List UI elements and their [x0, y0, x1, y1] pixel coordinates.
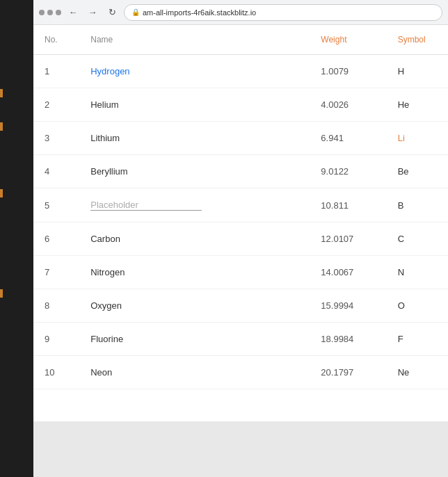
dot-3: [56, 10, 61, 15]
cell-name: Beryllium: [79, 155, 310, 188]
cell-no: 8: [33, 289, 79, 323]
table-row: 9Fluorine18.9984F: [33, 323, 448, 356]
name-input[interactable]: [90, 200, 202, 211]
table-header: No. Name Weight Symbol: [33, 25, 448, 55]
lock-icon: 🔒: [131, 8, 140, 16]
dot-2: [47, 10, 53, 15]
cell-symbol: N: [387, 256, 448, 289]
header-row: No. Name Weight Symbol: [33, 25, 448, 55]
cell-name[interactable]: [79, 188, 310, 223]
table-body: 1Hydrogen1.0079H2Helium4.0026He3Lithium6…: [33, 55, 448, 389]
table-row: 510.811B: [33, 188, 448, 223]
cell-weight: 12.0107: [310, 223, 386, 256]
cell-symbol: H: [387, 55, 448, 88]
cell-no: 10: [33, 356, 79, 389]
table-container: No. Name Weight Symbol 1Hydrogen1.0079H2…: [33, 25, 448, 421]
header-symbol: Symbol: [387, 25, 448, 55]
cell-no: 4: [33, 155, 79, 188]
table-row: 6Carbon12.0107C: [33, 223, 448, 256]
header-name: Name: [79, 25, 310, 55]
elements-table: No. Name Weight Symbol 1Hydrogen1.0079H2…: [33, 25, 448, 389]
cell-symbol: He: [387, 88, 448, 122]
cell-name: Fluorine: [79, 323, 310, 356]
cell-no: 7: [33, 256, 79, 289]
cell-weight: 1.0079: [310, 55, 386, 88]
sidebar-marker-3: [0, 189, 3, 197]
cell-no: 5: [33, 188, 79, 223]
cell-weight: 18.9984: [310, 323, 386, 356]
sidebar-marker-2: [0, 122, 3, 131]
header-weight: Weight: [310, 25, 386, 55]
cell-weight: 15.9994: [310, 289, 386, 323]
cell-symbol: O: [387, 289, 448, 323]
browser-bar-dots: [39, 10, 61, 15]
cell-name: Oxygen: [79, 289, 310, 323]
back-button[interactable]: ←: [65, 5, 81, 20]
cell-weight: 9.0122: [310, 155, 386, 188]
table-row: 10Neon20.1797Ne: [33, 356, 448, 389]
table-row: 2Helium4.0026He: [33, 88, 448, 122]
browser-bar: ← → ↻ 🔒 am-all-imports-4r6aik.stackblitz…: [33, 0, 448, 25]
cell-name: Helium: [79, 88, 310, 122]
cell-symbol: B: [387, 188, 448, 223]
cell-no: 1: [33, 55, 79, 88]
table-row: 8Oxygen15.9994O: [33, 289, 448, 323]
cell-name: Hydrogen: [79, 55, 310, 88]
cell-no: 2: [33, 88, 79, 122]
cell-symbol: C: [387, 223, 448, 256]
cell-weight: 4.0026: [310, 88, 386, 122]
table-row: 3Lithium6.941Li: [33, 122, 448, 155]
reload-button[interactable]: ↻: [104, 5, 120, 20]
dot-1: [39, 10, 45, 15]
cell-name: Neon: [79, 356, 310, 389]
cell-weight: 14.0067: [310, 256, 386, 289]
cell-no: 3: [33, 122, 79, 155]
cell-symbol: F: [387, 323, 448, 356]
cell-symbol: Li: [387, 122, 448, 155]
url-text: am-all-imports-4r6aik.stackblitz.io: [143, 8, 256, 17]
bottom-bar: [33, 421, 448, 477]
cell-name: Nitrogen: [79, 256, 310, 289]
address-bar[interactable]: 🔒 am-all-imports-4r6aik.stackblitz.io: [124, 4, 442, 21]
table-row: 7Nitrogen14.0067N: [33, 256, 448, 289]
cell-no: 9: [33, 323, 79, 356]
sidebar-marker-4: [0, 289, 3, 298]
cell-symbol: Be: [387, 155, 448, 188]
table-row: 1Hydrogen1.0079H: [33, 55, 448, 88]
cell-weight: 20.1797: [310, 356, 386, 389]
forward-button[interactable]: →: [85, 5, 100, 20]
main-content: ← → ↻ 🔒 am-all-imports-4r6aik.stackblitz…: [33, 0, 448, 477]
table-row: 4Beryllium9.0122Be: [33, 155, 448, 188]
cell-name: Lithium: [79, 122, 310, 155]
cell-symbol: Ne: [387, 356, 448, 389]
sidebar: [0, 0, 33, 477]
cell-weight: 6.941: [310, 122, 386, 155]
cell-weight: 10.811: [310, 188, 386, 223]
cell-name: Carbon: [79, 223, 310, 256]
cell-no: 6: [33, 223, 79, 256]
sidebar-marker-1: [0, 89, 3, 97]
header-no: No.: [33, 25, 79, 55]
